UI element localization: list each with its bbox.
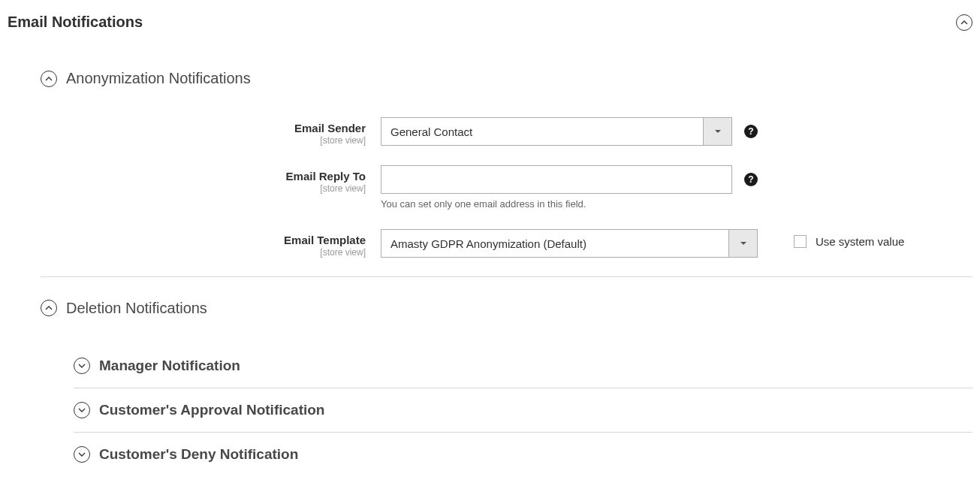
chevron-down-icon <box>74 358 90 374</box>
email-reply-to-scope: [store view] <box>41 183 366 194</box>
help-icon[interactable]: ? <box>744 173 758 186</box>
manager-notification-header[interactable]: Manager Notification <box>74 344 972 388</box>
anonymization-notifications-title: Anonymization Notifications <box>66 70 251 87</box>
manager-notification-title: Manager Notification <box>99 358 240 374</box>
customers-approval-notification-header[interactable]: Customer's Approval Notification <box>74 388 972 433</box>
chevron-down-icon <box>74 446 90 463</box>
deletion-notifications-title: Deletion Notifications <box>66 300 207 317</box>
email-reply-to-input[interactable] <box>381 165 732 194</box>
email-template-value: Amasty GDPR Anonymization (Default) <box>381 237 728 250</box>
email-notifications-header[interactable]: Email Notifications <box>8 8 972 37</box>
email-sender-select[interactable]: General Contact <box>381 117 732 146</box>
email-template-scope: [store view] <box>41 247 366 258</box>
email-sender-label: Email Sender <box>41 122 366 135</box>
chevron-down-icon <box>74 402 90 418</box>
customers-deny-notification-title: Customer's Deny Notification <box>99 446 298 463</box>
customers-approval-notification-title: Customer's Approval Notification <box>99 402 324 418</box>
anonymization-notifications-header[interactable]: Anonymization Notifications <box>41 65 972 92</box>
divider <box>41 276 972 277</box>
use-system-value-label: Use system value <box>816 235 904 248</box>
email-reply-to-label: Email Reply To <box>41 170 366 183</box>
chevron-down-icon <box>728 230 757 257</box>
customers-deny-notification-header[interactable]: Customer's Deny Notification <box>74 433 972 476</box>
chevron-up-icon <box>956 14 972 31</box>
chevron-up-icon <box>41 300 57 316</box>
email-template-label: Email Template <box>41 234 366 247</box>
help-icon[interactable]: ? <box>744 125 758 138</box>
chevron-up-icon <box>41 71 57 87</box>
use-system-value-checkbox[interactable] <box>794 235 807 248</box>
chevron-down-icon <box>703 118 731 145</box>
deletion-notifications-header[interactable]: Deletion Notifications <box>41 295 972 321</box>
email-template-select[interactable]: Amasty GDPR Anonymization (Default) <box>381 229 758 258</box>
email-sender-value: General Contact <box>381 125 703 138</box>
email-notifications-title: Email Notifications <box>8 14 143 31</box>
email-reply-to-note: You can set only one email address in th… <box>381 198 758 210</box>
email-sender-scope: [store view] <box>41 135 366 146</box>
